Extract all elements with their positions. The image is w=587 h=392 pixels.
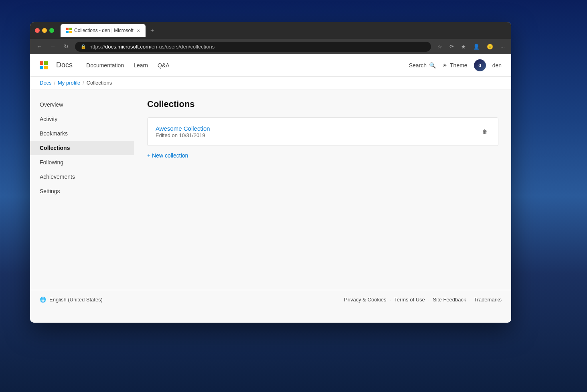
new-tab-button[interactable]: + <box>147 25 157 36</box>
sidebar-item-overview[interactable]: Overview <box>30 97 134 112</box>
active-tab[interactable]: Collections - den | Microsoft Do ✕ <box>61 24 146 37</box>
main-content: Collections Awesome Collection Edited on… <box>134 89 511 290</box>
search-label: Search <box>409 62 427 69</box>
ms-sq-red <box>40 61 43 65</box>
sidebar-item-achievements[interactable]: Achievements <box>30 170 134 184</box>
browser-actions: ☆ ⟳ ★ 👤 🙂 ··· <box>436 42 506 51</box>
forward-button[interactable]: → <box>49 42 57 51</box>
user-name: den <box>492 62 502 69</box>
user-initials: d <box>478 63 481 68</box>
tab-favicon <box>66 28 72 33</box>
collections-icon[interactable]: ★ <box>459 42 468 51</box>
docs-brand[interactable]: Docs <box>56 61 73 69</box>
svg-rect-1 <box>69 28 72 30</box>
globe-icon: 🌐 <box>40 297 46 303</box>
breadcrumb-sep-2: / <box>83 80 84 86</box>
breadcrumb-my-profile[interactable]: My profile <box>58 80 80 86</box>
ms-sq-blue <box>40 66 43 69</box>
nav-documentation[interactable]: Documentation <box>82 60 128 71</box>
back-button[interactable]: ← <box>35 42 44 51</box>
close-button[interactable] <box>35 28 40 33</box>
sidebar: Overview Activity Bookmarks Collections … <box>30 89 134 290</box>
svg-rect-3 <box>69 31 72 33</box>
ms-sq-green <box>44 61 48 65</box>
breadcrumb-docs[interactable]: Docs <box>40 80 52 86</box>
minimize-button[interactable] <box>42 28 47 33</box>
footer-privacy[interactable]: Privacy & Cookies <box>344 297 386 303</box>
site-header: Docs Documentation Learn Q&A Search 🔍 ☀ … <box>30 54 511 77</box>
tab-bar: Collections - den | Microsoft Do ✕ + <box>61 24 506 37</box>
browser-window: Collections - den | Microsoft Do ✕ + ← →… <box>30 22 511 323</box>
sidebar-item-settings[interactable]: Settings <box>30 184 134 198</box>
collection-info: Awesome Collection Edited on 10/31/2019 <box>156 125 210 138</box>
microsoft-logo[interactable]: Docs <box>40 61 73 69</box>
url-bar[interactable]: 🔒 https://docs.microsoft.com/en-us/users… <box>75 42 431 52</box>
tab-close-icon[interactable]: ✕ <box>137 28 140 33</box>
footer-links: Privacy & Cookies · Terms of Use · Site … <box>344 297 502 303</box>
refresh-icon[interactable]: ⟳ <box>448 42 455 51</box>
footer-feedback[interactable]: Site Feedback <box>433 297 466 303</box>
emoji-icon[interactable]: 🙂 <box>485 42 495 51</box>
collection-meta: Edited on 10/31/2019 <box>156 132 210 138</box>
svg-rect-2 <box>66 31 69 33</box>
footer-trademarks[interactable]: Trademarks <box>474 297 502 303</box>
theme-button[interactable]: ☀ Theme <box>442 62 468 69</box>
sidebar-item-collections[interactable]: Collections <box>30 141 134 155</box>
main-layout: Overview Activity Bookmarks Collections … <box>30 89 511 290</box>
breadcrumb: Docs / My profile / Collections <box>40 80 112 86</box>
trash-icon: 🗑 <box>482 129 488 135</box>
menu-icon[interactable]: ··· <box>499 42 506 51</box>
lock-icon: 🔒 <box>81 44 86 49</box>
breadcrumb-bar: Docs / My profile / Collections <box>30 77 511 89</box>
header-right: Search 🔍 ☀ Theme d den <box>409 59 502 71</box>
locale-label: English (United States) <box>49 297 103 303</box>
collection-name[interactable]: Awesome Collection <box>156 125 210 132</box>
browser-chrome: Collections - den | Microsoft Do ✕ + <box>30 22 511 39</box>
refresh-button[interactable]: ↻ <box>62 42 70 51</box>
logo-divider <box>52 61 52 69</box>
search-icon: 🔍 <box>429 62 436 69</box>
new-collection-label: + New collection <box>147 152 188 159</box>
breadcrumb-sep-1: / <box>54 80 55 86</box>
ms-squares <box>40 61 48 69</box>
delete-collection-button[interactable]: 🗑 <box>480 126 490 137</box>
page-title: Collections <box>147 99 498 109</box>
favorites-icon[interactable]: ☆ <box>436 42 444 51</box>
breadcrumb-current: Collections <box>87 80 112 86</box>
new-collection-button[interactable]: + New collection <box>147 151 188 160</box>
maximize-button[interactable] <box>49 28 54 33</box>
theme-label: Theme <box>450 62 468 69</box>
profile-icon[interactable]: 👤 <box>472 42 481 51</box>
url-protocol: https:// <box>89 44 105 50</box>
nav-learn[interactable]: Learn <box>130 60 152 71</box>
url-domain: docs.microsoft.com <box>105 44 150 50</box>
user-avatar[interactable]: d <box>474 59 486 71</box>
site-nav: Documentation Learn Q&A <box>82 60 399 71</box>
nav-qa[interactable]: Q&A <box>154 60 174 71</box>
theme-icon: ☀ <box>442 62 447 69</box>
sidebar-item-activity[interactable]: Activity <box>30 112 134 126</box>
url-path: /en-us/users/den/collections <box>150 44 215 50</box>
sidebar-item-bookmarks[interactable]: Bookmarks <box>30 126 134 141</box>
url-text: https://docs.microsoft.com/en-us/users/d… <box>89 44 215 50</box>
svg-rect-0 <box>66 28 69 30</box>
traffic-lights <box>35 28 54 33</box>
footer-locale: 🌐 English (United States) <box>40 297 103 303</box>
address-bar: ← → ↻ 🔒 https://docs.microsoft.com/en-us… <box>30 39 511 54</box>
collection-card: Awesome Collection Edited on 10/31/2019 … <box>147 117 498 146</box>
page-content: Docs Documentation Learn Q&A Search 🔍 ☀ … <box>30 54 511 323</box>
tab-title: Collections - den | Microsoft Do <box>74 28 134 33</box>
ms-sq-yellow <box>44 66 48 69</box>
search-button[interactable]: Search 🔍 <box>409 62 436 69</box>
sidebar-item-following[interactable]: Following <box>30 155 134 170</box>
footer-terms[interactable]: Terms of Use <box>394 297 425 303</box>
site-footer: 🌐 English (United States) Privacy & Cook… <box>30 290 511 309</box>
